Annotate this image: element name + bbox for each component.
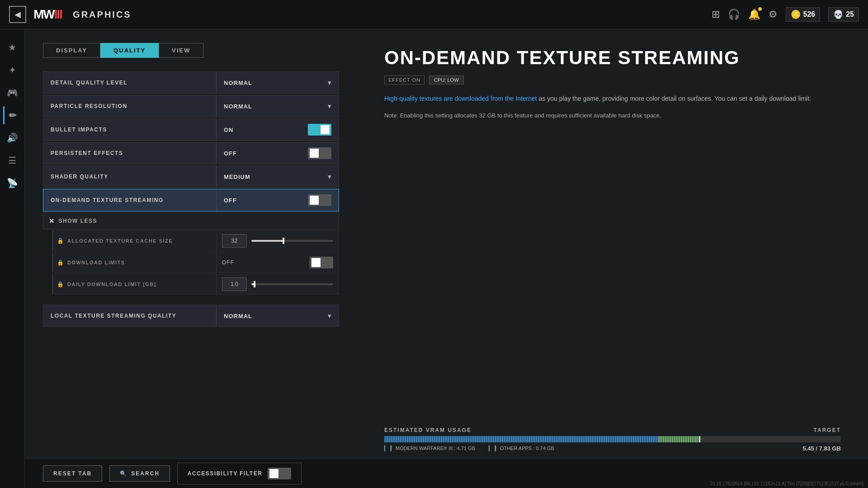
lock-icon: 🔒 <box>53 281 67 287</box>
sub-setting-texture-cache[interactable]: 🔒 ALLOCATED TEXTURE CACHE SIZE 32 <box>52 230 339 251</box>
toggle-knob <box>310 196 319 205</box>
toggle-knob <box>269 469 278 478</box>
version-text: 10.10.17820924 [66:182:11182+11:A] Tho [… <box>710 481 863 486</box>
effect-label: EFFECT ON <box>384 75 425 84</box>
vram-legend: ▎ ▎ MODERN WARFARE® III : 4.71 GB ▎ ▎ OT… <box>384 445 841 452</box>
info-desc-link: High-quality textures are downloaded fro… <box>384 95 537 102</box>
value-text: NORMAL <box>224 313 252 319</box>
setting-label-persistent-effects: PERSISTENT EFFECTS <box>43 150 216 156</box>
player-score: 526 <box>803 10 816 19</box>
setting-value-persistent-effects: OFF <box>217 147 339 159</box>
texture-streaming-toggle[interactable] <box>308 194 331 206</box>
settings-icon[interactable]: ⚙ <box>769 9 778 20</box>
setting-row-bullet-impacts[interactable]: BULLET IMPACTS ON <box>43 118 339 141</box>
coin-icon: 🪙 <box>791 9 801 19</box>
sidebar-item-favorites[interactable]: ★ <box>3 38 21 56</box>
setting-row-texture-streaming[interactable]: ON-DEMAND TEXTURE STREAMING OFF <box>43 189 339 211</box>
vram-bar <box>384 436 841 442</box>
persistent-effects-toggle[interactable] <box>308 147 331 159</box>
accessibility-filter-toggle[interactable] <box>268 468 291 479</box>
value-text: OFF <box>224 197 237 204</box>
notification-icon[interactable]: 🔔 <box>748 9 760 20</box>
value-text: OFF <box>224 150 237 157</box>
vram-target-line <box>699 436 700 442</box>
info-note: Note: Enabling this setting allocates 32… <box>384 111 841 121</box>
sub-label-download-limits: DOWNLOAD LIMITS <box>67 260 216 265</box>
accessibility-filter-row: ACCESSIBILITY FILTER <box>177 463 302 484</box>
setting-label-shader-quality: SHADER QUALITY <box>43 174 216 180</box>
sidebar-item-audio[interactable]: 🔊 <box>3 129 21 147</box>
chevron-down-icon: ▾ <box>328 79 331 86</box>
setting-label-local-texture: LOCAL TEXTURE STREAMING QUALITY <box>43 313 216 319</box>
tab-quality[interactable]: QUALITY <box>100 43 159 58</box>
setting-row-particle-res[interactable]: PARTICLE RESOLUTION NORMAL ▾ <box>43 95 339 117</box>
vram-section: ESTIMATED VRAM USAGE TARGET ▎ ▎ MODERN W… <box>384 427 841 452</box>
value-text: ON <box>224 127 234 133</box>
search-button[interactable]: 🔍 SEARCH <box>109 465 170 482</box>
setting-value-detail-quality: NORMAL ▾ <box>217 79 339 86</box>
back-button[interactable]: ◀ <box>9 6 26 23</box>
back-icon: ◀ <box>14 9 21 19</box>
page-title: GRAPHICS <box>73 9 132 20</box>
vram-other-label: ▎ OTHER APPS : 0.74 GB <box>495 446 554 451</box>
reset-tab-button[interactable]: RESET TAB <box>43 465 102 482</box>
sub-value-texture-cache: 32 <box>217 234 339 248</box>
setting-label-bullet-impacts: BULLET IMPACTS <box>43 127 216 133</box>
setting-row-shader-quality[interactable]: SHADER QUALITY MEDIUM ▾ <box>43 165 339 188</box>
sub-value-daily-limit: 1.0 <box>217 277 339 291</box>
close-icon: ✕ <box>49 217 55 225</box>
setting-value-texture-streaming: OFF <box>217 194 339 206</box>
tab-view[interactable]: VIEW <box>159 43 203 58</box>
setting-row-persistent-effects[interactable]: PERSISTENT EFFECTS OFF <box>43 142 339 164</box>
setting-label-texture-streaming: ON-DEMAND TEXTURE STREAMING <box>43 197 216 203</box>
tab-display[interactable]: DISPLAY <box>43 43 100 58</box>
sidebar-item-menu[interactable]: ☰ <box>3 151 21 169</box>
cache-size-input[interactable]: 32 <box>222 234 247 248</box>
topbar-right: ⊞ 🎧 🔔 ⚙ 🪙 526 💀 25 <box>712 7 859 22</box>
slider-fill <box>251 240 284 242</box>
player-level: 25 <box>846 10 854 19</box>
mw-dot: ▎ <box>384 446 388 451</box>
info-desc-rest: as you play the game, providing more col… <box>537 95 811 102</box>
sidebar-item-modes[interactable]: ✦ <box>3 61 21 79</box>
player-level-badge[interactable]: 💀 25 <box>828 7 859 22</box>
value-text: OFF <box>222 259 234 266</box>
daily-limit-slider[interactable] <box>251 283 333 285</box>
tabs: DISPLAY QUALITY VIEW <box>43 43 339 58</box>
topbar: ◀ MWIII GRAPHICS ⊞ 🎧 🔔 ⚙ 🪙 526 💀 25 <box>0 0 868 29</box>
other-dot: ▎ <box>489 446 492 451</box>
settings-list: DETAIL QUALITY LEVEL NORMAL ▾ PARTICLE R… <box>43 71 339 327</box>
bullet-impacts-toggle[interactable] <box>308 124 331 136</box>
vram-fill-mw <box>384 436 658 442</box>
download-limits-toggle[interactable] <box>310 257 333 268</box>
sub-setting-download-limits[interactable]: 🔒 DOWNLOAD LIMITS OFF <box>52 252 339 273</box>
effect-badge: CPU: LOW <box>429 75 463 84</box>
setting-value-local-texture: NORMAL ▾ <box>217 312 339 319</box>
toggle-knob <box>310 149 319 158</box>
daily-limit-input[interactable]: 1.0 <box>222 277 247 291</box>
cache-size-slider[interactable] <box>251 240 333 242</box>
setting-row-detail-quality[interactable]: DETAIL QUALITY LEVEL NORMAL ▾ <box>43 71 339 94</box>
player-score-badge[interactable]: 🪙 526 <box>786 7 821 22</box>
sub-setting-daily-limit[interactable]: 🔒 DAILY DOWNLOAD LIMIT [GB] 1.0 <box>52 274 339 295</box>
info-panel: ON-DEMAND TEXTURE STREAMING EFFECT ON CP… <box>357 29 868 488</box>
toggle-knob <box>311 258 321 267</box>
vram-fill-other <box>658 436 699 442</box>
headset-icon[interactable]: 🎧 <box>728 9 740 20</box>
sidebar-item-network[interactable]: 📡 <box>3 174 21 192</box>
grid-icon[interactable]: ⊞ <box>712 9 720 20</box>
setting-value-bullet-impacts: ON <box>217 124 339 136</box>
sidebar-item-graphics[interactable]: ✏ <box>3 106 21 124</box>
sub-label-daily-limit: DAILY DOWNLOAD LIMIT [GB] <box>67 282 216 287</box>
show-less-row[interactable]: ✕ SHOW LESS <box>43 212 339 230</box>
show-less-label: SHOW LESS <box>59 218 98 224</box>
slider-knob <box>254 281 255 287</box>
sidebar-item-controller[interactable]: 🎮 <box>3 84 21 102</box>
main-content: DISPLAY QUALITY VIEW DETAIL QUALITY LEVE… <box>25 29 868 488</box>
skull-icon: 💀 <box>833 9 843 19</box>
sub-label-texture-cache: ALLOCATED TEXTURE CACHE SIZE <box>67 238 216 244</box>
setting-row-local-texture[interactable]: LOCAL TEXTURE STREAMING QUALITY NORMAL ▾ <box>43 305 339 327</box>
settings-panel: DISPLAY QUALITY VIEW DETAIL QUALITY LEVE… <box>25 29 357 488</box>
vram-legend-other: ▎ ▎ OTHER APPS : 0.74 GB <box>489 445 554 452</box>
setting-value-particle-res: NORMAL ▾ <box>217 103 339 110</box>
